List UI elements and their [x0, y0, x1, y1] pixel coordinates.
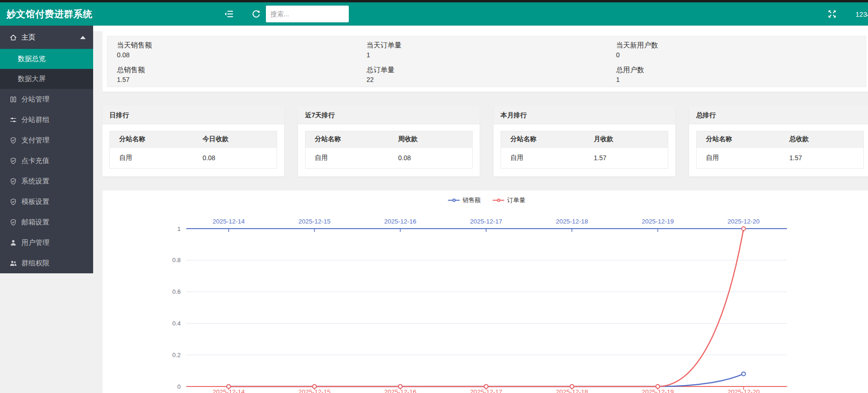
legend-line-circle-icon [448, 200, 460, 201]
svg-text:2025-12-15: 2025-12-15 [298, 388, 331, 393]
sidebar-item-data-screen[interactable]: 数据大屏 [0, 69, 93, 89]
ranking-card-title: 日排行 [102, 106, 284, 124]
amount-cell: 1.57 [584, 148, 668, 169]
user-icon [9, 239, 17, 247]
sidebar-item-label: 数据总览 [18, 54, 46, 63]
sidebar-item-payment-management[interactable]: 支付管理 [0, 130, 93, 150]
legend-item-sales[interactable]: 销售额 [448, 196, 481, 204]
stats-column-sales: 当天销售额 0.08 总销售额 1.57 [112, 39, 362, 84]
svg-text:2025-12-16: 2025-12-16 [384, 218, 416, 225]
site-name-cell: 自用 [305, 148, 389, 169]
legend-label: 订单量 [507, 196, 525, 204]
columns-icon [9, 95, 17, 103]
sidebar-item-email-settings[interactable]: 邮箱设置 [0, 212, 93, 232]
svg-text:2025-12-20: 2025-12-20 [727, 218, 760, 225]
svg-text:2025-12-16: 2025-12-16 [384, 388, 416, 393]
sidebar-item-data-overview[interactable]: 数据总览 [0, 49, 93, 69]
ranking-table: 分站名称 今日收款 自用 0.08 [109, 131, 277, 169]
shield-check-icon [9, 157, 17, 165]
ranking-card-total: 总排行 分站名称 总收款 自用 1.57 [689, 106, 868, 176]
sidebar-item-label: 点卡充值 [21, 156, 49, 165]
svg-text:1: 1 [177, 225, 181, 232]
sidebar-item-label: 系统设置 [21, 177, 49, 186]
sales-orders-chart[interactable]: 00.20.40.60.812025-12-142025-12-152025-1… [102, 190, 868, 393]
sidebar-item-site-management[interactable]: 分站管理 [0, 89, 93, 109]
column-header: 分站名称 [697, 131, 780, 148]
sliders-icon [9, 116, 17, 124]
sidebar-item-home[interactable]: 主页 [0, 26, 93, 49]
svg-text:2025-12-18: 2025-12-18 [556, 218, 588, 225]
sidebar-item-card-recharge[interactable]: 点卡充值 [0, 150, 93, 171]
sidebar-item-label: 分站群组 [21, 115, 49, 124]
stat-total-sales-value: 1.57 [117, 75, 357, 84]
svg-text:2025-12-17: 2025-12-17 [470, 388, 502, 393]
ranking-card-monthly: 本月排行 分站名称 月收款 自用 1.57 [494, 106, 675, 176]
refresh-icon[interactable] [251, 9, 261, 19]
menu-collapse-icon[interactable] [224, 9, 234, 19]
amount-cell: 0.08 [389, 148, 473, 169]
svg-text:2025-12-14: 2025-12-14 [212, 388, 245, 393]
stat-total-users-label: 总用户数 [616, 65, 856, 75]
table-row: 自用 1.57 [697, 148, 864, 169]
search-input[interactable] [266, 6, 349, 22]
sidebar-item-label: 主页 [21, 33, 35, 42]
table-row: 自用 0.08 [305, 148, 473, 169]
svg-text:0.6: 0.6 [172, 288, 181, 295]
table-row: 自用 1.57 [501, 148, 668, 169]
main-content: 当天销售额 0.08 总销售额 1.57 当天订单量 1 总订单量 22 当天新… [93, 26, 868, 393]
svg-text:2025-12-14: 2025-12-14 [212, 218, 245, 225]
stat-today-new-users-value: 0 [616, 50, 856, 60]
column-header: 分站名称 [501, 131, 585, 148]
column-header: 分站名称 [110, 131, 194, 148]
chart-card: 销售额 订单量 00.20.40.60.812025-12-142025-12-… [102, 190, 868, 393]
sidebar-item-site-groups[interactable]: 分站群组 [0, 109, 93, 130]
column-header: 总收款 [780, 131, 864, 148]
sidebar-item-label: 支付管理 [21, 136, 49, 145]
ranking-card-title: 本月排行 [494, 106, 675, 124]
ranking-card-weekly: 近7天排行 分站名称 周收款 自用 0.08 [298, 106, 480, 176]
stat-today-sales-value: 0.08 [117, 50, 357, 60]
ranking-row: 日排行 分站名称 今日收款 自用 0.08 近7天排行 [102, 106, 868, 176]
sidebar: 主页 数据总览 数据大屏 分站管理 分站群组 支付管理 点卡充值 [0, 26, 93, 273]
svg-text:0.8: 0.8 [172, 257, 181, 264]
column-header: 今日收款 [193, 131, 277, 148]
column-header: 分站名称 [305, 131, 389, 148]
amount-cell: 0.08 [193, 148, 277, 169]
app-header: 妙文馆付费进群系统 12345 [0, 2, 868, 26]
shield-check-icon [9, 218, 17, 226]
sidebar-item-system-settings[interactable]: 系统设置 [0, 171, 93, 191]
svg-text:2025-12-20: 2025-12-20 [727, 388, 760, 393]
ranking-table: 分站名称 周收款 自用 0.08 [305, 131, 473, 169]
stats-column-users: 当天新用户数 0 总用户数 1 [611, 39, 861, 84]
sidebar-item-label: 群组权限 [21, 259, 49, 268]
legend-label: 销售额 [462, 196, 481, 204]
stat-today-orders-value: 1 [366, 50, 607, 60]
legend-item-orders[interactable]: 订单量 [493, 196, 525, 204]
fullscreen-icon[interactable] [827, 9, 837, 19]
svg-text:2025-12-19: 2025-12-19 [642, 388, 674, 393]
ranking-table: 分站名称 总收款 自用 1.57 [696, 131, 864, 169]
sidebar-item-user-management[interactable]: 用户管理 [0, 232, 93, 253]
site-name-cell: 自用 [697, 148, 780, 169]
sidebar-item-template-settings[interactable]: 模板设置 [0, 191, 93, 212]
site-name-cell: 自用 [110, 148, 194, 169]
svg-text:0: 0 [177, 383, 181, 390]
sidebar-item-group-permissions[interactable]: 群组权限 [0, 253, 93, 273]
ranking-card-title: 总排行 [689, 106, 868, 124]
svg-text:0.4: 0.4 [172, 320, 181, 327]
stat-total-orders-value: 22 [366, 75, 607, 84]
sidebar-item-label: 模板设置 [21, 197, 49, 206]
shield-check-icon [9, 136, 17, 144]
column-header: 周收款 [389, 131, 473, 148]
stat-today-new-users-label: 当天新用户数 [616, 40, 856, 50]
table-row: 自用 0.08 [110, 148, 277, 169]
sidebar-submenu: 数据总览 数据大屏 [0, 49, 93, 89]
legend-line-circle-icon [493, 200, 504, 201]
stats-panel: 当天销售额 0.08 总销售额 1.57 当天订单量 1 总订单量 22 当天新… [107, 36, 866, 87]
user-number[interactable]: 12345 [855, 10, 868, 18]
sidebar-item-label: 数据大屏 [18, 75, 46, 83]
app-title: 妙文馆付费进群系统 [7, 8, 93, 20]
ranking-table: 分站名称 月收款 自用 1.57 [501, 131, 668, 169]
ranking-card-daily: 日排行 分站名称 今日收款 自用 0.08 [102, 106, 284, 176]
column-header: 月收款 [584, 131, 668, 148]
